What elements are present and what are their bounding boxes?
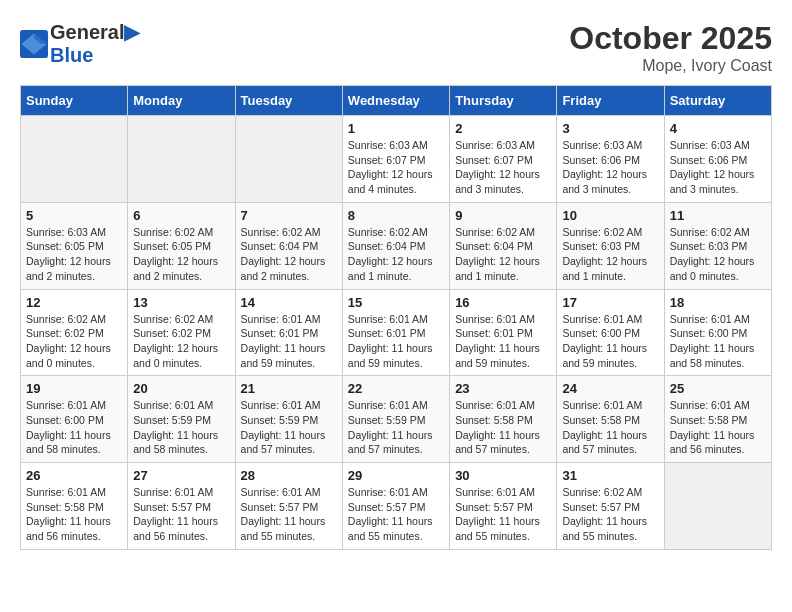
weekday-header-tuesday: Tuesday: [235, 86, 342, 116]
day-number: 16: [455, 295, 551, 310]
day-number: 6: [133, 208, 229, 223]
weekday-header-wednesday: Wednesday: [342, 86, 449, 116]
day-info: Sunrise: 6:02 AM Sunset: 5:57 PM Dayligh…: [562, 485, 658, 544]
calendar-cell: 16Sunrise: 6:01 AM Sunset: 6:01 PM Dayli…: [450, 289, 557, 376]
day-info: Sunrise: 6:03 AM Sunset: 6:07 PM Dayligh…: [348, 138, 444, 197]
weekday-header-friday: Friday: [557, 86, 664, 116]
calendar-cell: 21Sunrise: 6:01 AM Sunset: 5:59 PM Dayli…: [235, 376, 342, 463]
logo: General▶ Blue: [20, 20, 139, 67]
calendar-cell: 26Sunrise: 6:01 AM Sunset: 5:58 PM Dayli…: [21, 463, 128, 550]
calendar-cell: 2Sunrise: 6:03 AM Sunset: 6:07 PM Daylig…: [450, 116, 557, 203]
day-number: 21: [241, 381, 337, 396]
day-info: Sunrise: 6:03 AM Sunset: 6:07 PM Dayligh…: [455, 138, 551, 197]
day-info: Sunrise: 6:02 AM Sunset: 6:03 PM Dayligh…: [562, 225, 658, 284]
day-number: 19: [26, 381, 122, 396]
day-number: 13: [133, 295, 229, 310]
day-info: Sunrise: 6:02 AM Sunset: 6:03 PM Dayligh…: [670, 225, 766, 284]
day-number: 7: [241, 208, 337, 223]
calendar-cell: 11Sunrise: 6:02 AM Sunset: 6:03 PM Dayli…: [664, 202, 771, 289]
weekday-header-monday: Monday: [128, 86, 235, 116]
calendar-cell: 14Sunrise: 6:01 AM Sunset: 6:01 PM Dayli…: [235, 289, 342, 376]
day-info: Sunrise: 6:01 AM Sunset: 5:57 PM Dayligh…: [455, 485, 551, 544]
day-info: Sunrise: 6:02 AM Sunset: 6:05 PM Dayligh…: [133, 225, 229, 284]
calendar-cell: 12Sunrise: 6:02 AM Sunset: 6:02 PM Dayli…: [21, 289, 128, 376]
calendar-cell: 15Sunrise: 6:01 AM Sunset: 6:01 PM Dayli…: [342, 289, 449, 376]
day-info: Sunrise: 6:01 AM Sunset: 6:01 PM Dayligh…: [455, 312, 551, 371]
day-number: 31: [562, 468, 658, 483]
weekday-header-saturday: Saturday: [664, 86, 771, 116]
day-number: 4: [670, 121, 766, 136]
day-number: 11: [670, 208, 766, 223]
month-title: October 2025: [569, 20, 772, 57]
calendar-cell: 13Sunrise: 6:02 AM Sunset: 6:02 PM Dayli…: [128, 289, 235, 376]
day-info: Sunrise: 6:01 AM Sunset: 5:58 PM Dayligh…: [562, 398, 658, 457]
day-number: 30: [455, 468, 551, 483]
day-info: Sunrise: 6:01 AM Sunset: 6:01 PM Dayligh…: [348, 312, 444, 371]
day-info: Sunrise: 6:01 AM Sunset: 5:59 PM Dayligh…: [241, 398, 337, 457]
calendar-cell: 8Sunrise: 6:02 AM Sunset: 6:04 PM Daylig…: [342, 202, 449, 289]
day-number: 25: [670, 381, 766, 396]
calendar-cell: 25Sunrise: 6:01 AM Sunset: 5:58 PM Dayli…: [664, 376, 771, 463]
calendar-cell: 18Sunrise: 6:01 AM Sunset: 6:00 PM Dayli…: [664, 289, 771, 376]
day-number: 14: [241, 295, 337, 310]
day-info: Sunrise: 6:01 AM Sunset: 5:58 PM Dayligh…: [26, 485, 122, 544]
day-number: 3: [562, 121, 658, 136]
day-number: 17: [562, 295, 658, 310]
day-info: Sunrise: 6:03 AM Sunset: 6:06 PM Dayligh…: [670, 138, 766, 197]
calendar-cell: 7Sunrise: 6:02 AM Sunset: 6:04 PM Daylig…: [235, 202, 342, 289]
day-info: Sunrise: 6:01 AM Sunset: 5:58 PM Dayligh…: [455, 398, 551, 457]
day-info: Sunrise: 6:02 AM Sunset: 6:02 PM Dayligh…: [26, 312, 122, 371]
calendar-week-2: 12Sunrise: 6:02 AM Sunset: 6:02 PM Dayli…: [21, 289, 772, 376]
day-number: 1: [348, 121, 444, 136]
calendar-cell: 9Sunrise: 6:02 AM Sunset: 6:04 PM Daylig…: [450, 202, 557, 289]
day-number: 9: [455, 208, 551, 223]
calendar-cell: [235, 116, 342, 203]
day-info: Sunrise: 6:02 AM Sunset: 6:04 PM Dayligh…: [348, 225, 444, 284]
calendar-cell: 5Sunrise: 6:03 AM Sunset: 6:05 PM Daylig…: [21, 202, 128, 289]
calendar-cell: 20Sunrise: 6:01 AM Sunset: 5:59 PM Dayli…: [128, 376, 235, 463]
day-number: 18: [670, 295, 766, 310]
day-number: 10: [562, 208, 658, 223]
day-info: Sunrise: 6:01 AM Sunset: 5:57 PM Dayligh…: [133, 485, 229, 544]
calendar-week-0: 1Sunrise: 6:03 AM Sunset: 6:07 PM Daylig…: [21, 116, 772, 203]
title-block: October 2025 Mope, Ivory Coast: [569, 20, 772, 75]
day-info: Sunrise: 6:02 AM Sunset: 6:02 PM Dayligh…: [133, 312, 229, 371]
page-header: General▶ Blue October 2025 Mope, Ivory C…: [20, 20, 772, 75]
day-number: 29: [348, 468, 444, 483]
calendar-week-4: 26Sunrise: 6:01 AM Sunset: 5:58 PM Dayli…: [21, 463, 772, 550]
day-number: 8: [348, 208, 444, 223]
day-number: 23: [455, 381, 551, 396]
day-number: 24: [562, 381, 658, 396]
day-number: 2: [455, 121, 551, 136]
calendar-cell: 17Sunrise: 6:01 AM Sunset: 6:00 PM Dayli…: [557, 289, 664, 376]
calendar-cell: [128, 116, 235, 203]
calendar-cell: [21, 116, 128, 203]
calendar-table: SundayMondayTuesdayWednesdayThursdayFrid…: [20, 85, 772, 550]
day-number: 26: [26, 468, 122, 483]
calendar-cell: 27Sunrise: 6:01 AM Sunset: 5:57 PM Dayli…: [128, 463, 235, 550]
calendar-cell: 30Sunrise: 6:01 AM Sunset: 5:57 PM Dayli…: [450, 463, 557, 550]
day-info: Sunrise: 6:01 AM Sunset: 6:00 PM Dayligh…: [562, 312, 658, 371]
calendar-cell: 4Sunrise: 6:03 AM Sunset: 6:06 PM Daylig…: [664, 116, 771, 203]
calendar-cell: 24Sunrise: 6:01 AM Sunset: 5:58 PM Dayli…: [557, 376, 664, 463]
calendar-cell: 31Sunrise: 6:02 AM Sunset: 5:57 PM Dayli…: [557, 463, 664, 550]
calendar-cell: 3Sunrise: 6:03 AM Sunset: 6:06 PM Daylig…: [557, 116, 664, 203]
calendar-cell: 10Sunrise: 6:02 AM Sunset: 6:03 PM Dayli…: [557, 202, 664, 289]
day-info: Sunrise: 6:01 AM Sunset: 6:00 PM Dayligh…: [670, 312, 766, 371]
calendar-cell: 28Sunrise: 6:01 AM Sunset: 5:57 PM Dayli…: [235, 463, 342, 550]
day-number: 28: [241, 468, 337, 483]
day-info: Sunrise: 6:01 AM Sunset: 6:00 PM Dayligh…: [26, 398, 122, 457]
calendar-cell: 29Sunrise: 6:01 AM Sunset: 5:57 PM Dayli…: [342, 463, 449, 550]
day-info: Sunrise: 6:01 AM Sunset: 6:01 PM Dayligh…: [241, 312, 337, 371]
calendar-week-3: 19Sunrise: 6:01 AM Sunset: 6:00 PM Dayli…: [21, 376, 772, 463]
day-info: Sunrise: 6:01 AM Sunset: 5:59 PM Dayligh…: [133, 398, 229, 457]
logo-icon: [20, 30, 48, 58]
day-number: 27: [133, 468, 229, 483]
day-number: 20: [133, 381, 229, 396]
logo-text: General▶ Blue: [50, 20, 139, 67]
day-info: Sunrise: 6:02 AM Sunset: 6:04 PM Dayligh…: [241, 225, 337, 284]
calendar-cell: 1Sunrise: 6:03 AM Sunset: 6:07 PM Daylig…: [342, 116, 449, 203]
calendar-cell: 19Sunrise: 6:01 AM Sunset: 6:00 PM Dayli…: [21, 376, 128, 463]
calendar-cell: [664, 463, 771, 550]
location: Mope, Ivory Coast: [569, 57, 772, 75]
